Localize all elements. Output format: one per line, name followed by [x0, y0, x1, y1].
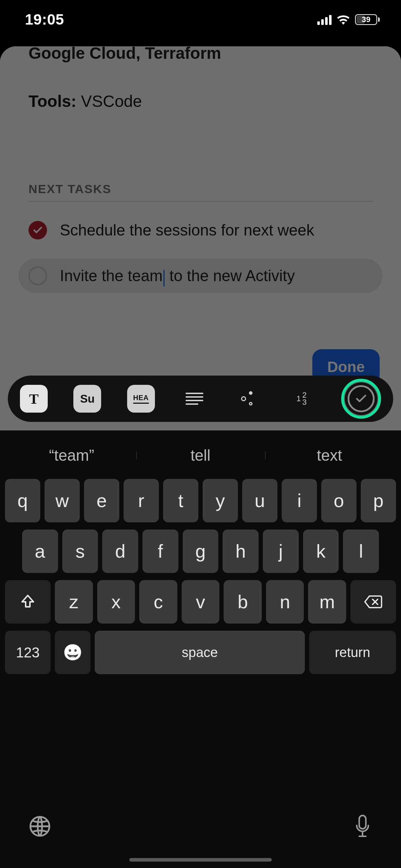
task-row-editing[interactable]: Invite the team to the new Activity — [19, 259, 382, 293]
heading-button[interactable]: HEA — [127, 385, 155, 413]
space-key[interactable]: space — [95, 631, 305, 674]
key-a[interactable]: a — [22, 529, 58, 573]
task-row[interactable]: Schedule the sessions for next week — [28, 217, 373, 243]
key-f[interactable]: f — [142, 529, 178, 573]
task-text[interactable]: Schedule the sessions for next week — [60, 221, 314, 239]
key-m[interactable]: m — [308, 580, 346, 624]
on-screen-keyboard: “team” tell text q w e r t y u i o p a s… — [0, 430, 401, 868]
subheading-icon: Su — [80, 392, 95, 405]
emoji-icon: 😀 — [63, 643, 83, 662]
key-i[interactable]: i — [282, 479, 317, 522]
keyboard-row-4: 123 😀 space return — [5, 631, 396, 674]
cellular-signal-icon — [317, 14, 332, 25]
tools-value: VSCode — [77, 92, 142, 110]
suggestion[interactable]: tell — [136, 446, 265, 464]
formatting-toolbar: T Su HEA 1 23 — [8, 376, 393, 422]
highlight-ring-icon — [341, 379, 381, 419]
suggestion[interactable]: text — [265, 446, 394, 464]
task-text-after-cursor: to the new Activity — [165, 267, 295, 284]
keyboard-row-3: z x c v b n m — [5, 580, 396, 624]
status-bar: 19:05 39 — [0, 0, 401, 39]
key-t[interactable]: t — [163, 479, 198, 522]
key-o[interactable]: o — [321, 479, 356, 522]
key-p[interactable]: p — [361, 479, 396, 522]
key-z[interactable]: z — [55, 580, 93, 624]
key-b[interactable]: b — [224, 580, 262, 624]
text-style-button[interactable]: T — [20, 385, 48, 413]
key-w[interactable]: w — [45, 479, 80, 522]
task-text-editing[interactable]: Invite the team to the new Activity — [60, 267, 295, 285]
text-style-icon: T — [29, 391, 39, 407]
microphone-icon — [353, 813, 373, 839]
subheading-button[interactable]: Su — [73, 385, 101, 413]
suggestion[interactable]: “team” — [7, 446, 136, 464]
numbers-key[interactable]: 123 — [5, 631, 51, 674]
globe-icon — [28, 815, 51, 838]
bullet-list-button[interactable] — [234, 385, 262, 413]
truncated-text-line: Google Cloud, Terraform — [28, 46, 373, 63]
shift-icon — [19, 593, 36, 610]
keyboard-suggestions: “team” tell text — [0, 438, 401, 477]
section-header-next-tasks: NEXT TASKS — [28, 182, 373, 202]
return-key[interactable]: return — [309, 631, 396, 674]
shift-key[interactable] — [5, 580, 51, 624]
home-indicator[interactable] — [129, 858, 272, 862]
key-h[interactable]: h — [223, 529, 259, 573]
wifi-icon — [337, 14, 350, 25]
keyboard-row-2: a s d f g h j k l — [5, 529, 396, 573]
dictation-key[interactable] — [353, 813, 373, 841]
key-x[interactable]: x — [97, 580, 135, 624]
key-j[interactable]: j — [263, 529, 299, 573]
status-indicators: 39 — [317, 14, 380, 25]
tools-label: Tools: — [28, 92, 77, 110]
key-c[interactable]: c — [139, 580, 177, 624]
align-button[interactable] — [181, 385, 208, 413]
task-checkbox-empty-icon[interactable] — [28, 267, 47, 285]
key-g[interactable]: g — [183, 529, 219, 573]
key-l[interactable]: l — [343, 529, 379, 573]
battery-percent: 39 — [362, 15, 370, 24]
text-cursor — [163, 270, 165, 286]
bullet-list-icon — [239, 390, 257, 408]
key-k[interactable]: k — [303, 529, 339, 573]
key-u[interactable]: u — [242, 479, 277, 522]
keyboard-row-1: q w e r t y u i o p — [5, 479, 396, 522]
svg-rect-1 — [359, 816, 366, 829]
battery-indicator: 39 — [355, 14, 380, 25]
backspace-icon — [364, 595, 383, 609]
key-e[interactable]: e — [84, 479, 119, 522]
globe-key[interactable] — [28, 815, 51, 839]
key-v[interactable]: v — [182, 580, 220, 624]
key-s[interactable]: s — [62, 529, 98, 573]
align-lines-icon — [186, 393, 203, 405]
key-q[interactable]: q — [5, 479, 40, 522]
tools-line: Tools: VSCode — [28, 92, 373, 111]
key-d[interactable]: d — [102, 529, 138, 573]
heading-icon: HEA — [133, 394, 149, 404]
task-checkbox-done-icon[interactable] — [28, 221, 47, 239]
key-y[interactable]: y — [203, 479, 238, 522]
status-time: 19:05 — [25, 11, 64, 28]
keyboard-bottom-row — [0, 800, 401, 854]
key-r[interactable]: r — [124, 479, 159, 522]
emoji-key[interactable]: 😀 — [55, 631, 90, 674]
key-n[interactable]: n — [266, 580, 304, 624]
numbered-list-icon: 1 23 — [296, 392, 307, 406]
numbered-list-button[interactable]: 1 23 — [288, 385, 316, 413]
checklist-button[interactable] — [341, 379, 381, 419]
task-text-before-cursor: Invite the team — [60, 267, 163, 284]
backspace-key[interactable] — [350, 580, 396, 624]
